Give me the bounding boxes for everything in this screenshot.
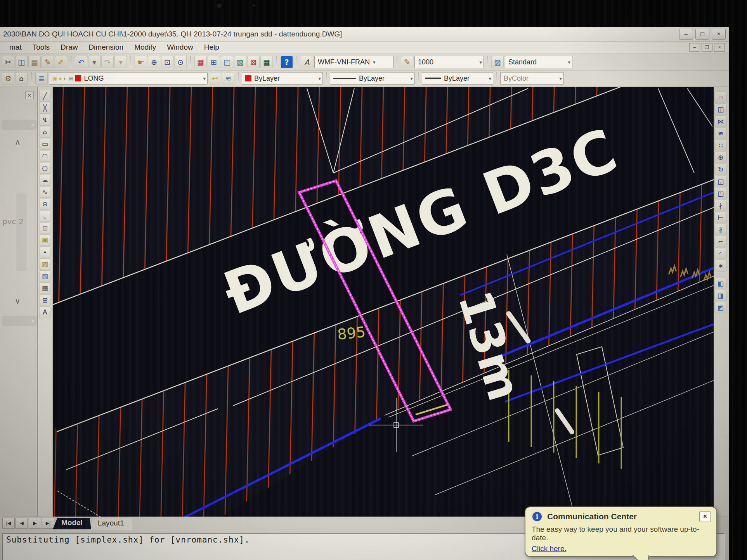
break-icon[interactable]: ∦ — [714, 224, 727, 235]
multiline-text-icon[interactable]: A — [39, 306, 51, 318]
zoom-realtime-icon[interactable]: ⊕ — [148, 56, 160, 68]
array-icon[interactable]: ∷ — [714, 140, 727, 151]
zoom-window-icon[interactable]: ⊡ — [161, 56, 173, 68]
options-gear-icon[interactable]: ⚙ — [2, 72, 14, 85]
layers-manager-icon[interactable]: ≣ — [35, 72, 48, 85]
markup-icon[interactable]: ⊠ — [247, 56, 260, 68]
close-button[interactable]: × — [712, 29, 726, 40]
menu-modify[interactable]: Modify — [129, 42, 161, 52]
insert-block-icon[interactable]: ⊡ — [39, 222, 51, 234]
trim-icon[interactable]: ∤ — [714, 200, 727, 211]
plotstyle-control-combo[interactable]: ByColor ▾ — [500, 72, 564, 85]
tab-first-button[interactable]: |◀ — [2, 518, 15, 529]
sketch-icon[interactable]: ✐ — [55, 56, 67, 68]
mirror-icon[interactable]: ⋈ — [714, 116, 727, 127]
layer-previous-icon[interactable]: ↩ — [209, 72, 221, 85]
chamfer-icon[interactable]: ⌐ — [714, 236, 727, 247]
dim-style-icon[interactable]: ▨ — [491, 56, 504, 68]
palette-item-label[interactable]: pvc 2 — [2, 217, 24, 226]
scale-icon[interactable]: ◱ — [714, 176, 727, 187]
hatch-icon[interactable]: ▨ — [39, 258, 51, 270]
menu-format[interactable]: mat — [4, 42, 27, 52]
tab-last-button[interactable]: ▶| — [42, 518, 54, 529]
redo-dropdown-icon[interactable]: ▾ — [114, 56, 127, 68]
copy-icon[interactable]: ◫ — [15, 56, 28, 68]
linetype-control-combo[interactable]: ByLayer ▾ — [330, 72, 415, 85]
paste-icon[interactable]: ▤ — [28, 56, 41, 68]
layer-states-icon[interactable]: ≋ — [222, 72, 234, 85]
draworder-above-icon[interactable]: ◩ — [714, 302, 727, 313]
dim-style-combo[interactable]: Standard ▾ — [505, 56, 572, 68]
copy-object-icon[interactable]: ◫ — [714, 104, 727, 115]
zoom-previous-icon[interactable]: ⊙ — [174, 56, 187, 68]
explode-icon[interactable]: ∗ — [714, 260, 727, 271]
table-grid-icon[interactable]: ⊞ — [39, 294, 51, 306]
undo-icon[interactable]: ↶ — [75, 56, 87, 68]
layer-plot-icon[interactable]: ▤ — [68, 76, 73, 81]
layer-combo[interactable]: ◉●◐▤ LONG ▾ — [49, 72, 208, 85]
rotate-icon[interactable]: ↻ — [714, 164, 727, 175]
match-properties-icon[interactable]: ✎ — [42, 56, 54, 68]
spline-icon[interactable]: ∿ — [39, 186, 51, 198]
mdi-minimize-button[interactable]: – — [689, 43, 700, 52]
rectangle-icon[interactable]: ▭ — [39, 138, 51, 150]
polyline-icon[interactable]: ↯ — [39, 114, 51, 126]
extend-icon[interactable]: ⊢ — [714, 212, 727, 223]
layer-freeze-sun-icon[interactable]: ● — [59, 76, 62, 81]
maximize-button[interactable]: □ — [695, 29, 709, 40]
mdi-close-button[interactable]: × — [714, 43, 725, 52]
balloon-click-here-link[interactable]: Click here. — [532, 544, 567, 553]
text-style-icon[interactable]: A — [301, 56, 313, 68]
balloon-close-icon[interactable]: × — [699, 511, 711, 522]
sheet-set-icon[interactable]: ◰ — [221, 56, 233, 68]
make-block-icon[interactable]: ▣ — [39, 234, 51, 246]
tab-prev-button[interactable]: ◀ — [16, 518, 28, 529]
help-icon[interactable]: ? — [281, 56, 293, 68]
polygon-icon[interactable]: ⌂ — [39, 126, 51, 138]
scroll-up-icon[interactable]: ∧ — [15, 137, 21, 147]
menu-window[interactable]: Window — [161, 42, 199, 52]
draworder-back-icon[interactable]: ◨ — [714, 290, 727, 301]
palette-close-icon[interactable]: × — [25, 92, 34, 99]
menu-help[interactable]: Help — [199, 42, 225, 52]
mdi-restore-button[interactable]: ❐ — [702, 43, 712, 52]
scroll-down-icon[interactable]: ∨ — [15, 296, 21, 306]
layer-lock-icon[interactable]: ◐ — [64, 76, 67, 81]
drawing-canvas[interactable]: ĐƯỜNG D3C 13m 895 — [53, 87, 712, 517]
draworder-front-icon[interactable]: ◧ — [714, 278, 727, 289]
palette-section-header[interactable]: « — [2, 316, 37, 326]
revision-cloud-icon[interactable]: ☁ — [39, 174, 51, 186]
arc-icon[interactable]: ◠ — [39, 150, 51, 162]
fillet-icon[interactable]: ◜ — [714, 248, 727, 259]
palette-grip[interactable] — [2, 94, 24, 96]
text-style-combo[interactable]: WMF-VNI-FRAN ▾ — [314, 56, 393, 68]
redo-icon[interactable]: ↷ — [101, 56, 114, 68]
ellipse-arc-icon[interactable]: ◟ — [39, 210, 51, 222]
line-icon[interactable]: ╱ — [39, 90, 51, 102]
minimize-button[interactable]: – — [679, 29, 693, 40]
palette-section-header[interactable]: « — [2, 120, 37, 130]
pan-icon[interactable]: ☛ — [135, 56, 147, 68]
color-palette-icon[interactable]: ▦ — [194, 56, 207, 68]
color-control-combo[interactable]: ByLayer ▾ — [242, 72, 323, 85]
stretch-icon[interactable]: ◳ — [714, 188, 727, 199]
ellipse-icon[interactable]: ⊖ — [39, 198, 51, 210]
point-icon[interactable]: ∙ — [39, 246, 51, 258]
tab-layout1[interactable]: Layout1 — [89, 518, 133, 530]
scale-brush-icon[interactable]: ✎ — [401, 56, 413, 68]
tab-model[interactable]: Model — [53, 518, 91, 529]
tab-next-button[interactable]: ▶ — [29, 518, 41, 529]
render-icon[interactable]: ▧ — [234, 56, 246, 68]
cut-icon[interactable]: ✂ — [2, 56, 14, 68]
circle-icon[interactable]: ○ — [39, 162, 51, 174]
undo-dropdown-icon[interactable]: ▾ — [88, 56, 101, 68]
menu-dimension[interactable]: Dimension — [83, 42, 129, 52]
palette-scroll-track[interactable] — [16, 194, 26, 271]
menu-tools[interactable]: Tools — [27, 42, 55, 52]
table-icon[interactable]: ⊞ — [208, 56, 220, 68]
offset-icon[interactable]: ≋ — [714, 128, 727, 139]
calculator-icon[interactable]: ▦ — [260, 56, 273, 68]
lineweight-control-combo[interactable]: ByLayer ▾ — [422, 72, 493, 85]
region-icon[interactable]: ▦ — [39, 282, 51, 294]
erase-icon[interactable]: ▱ — [714, 92, 727, 103]
